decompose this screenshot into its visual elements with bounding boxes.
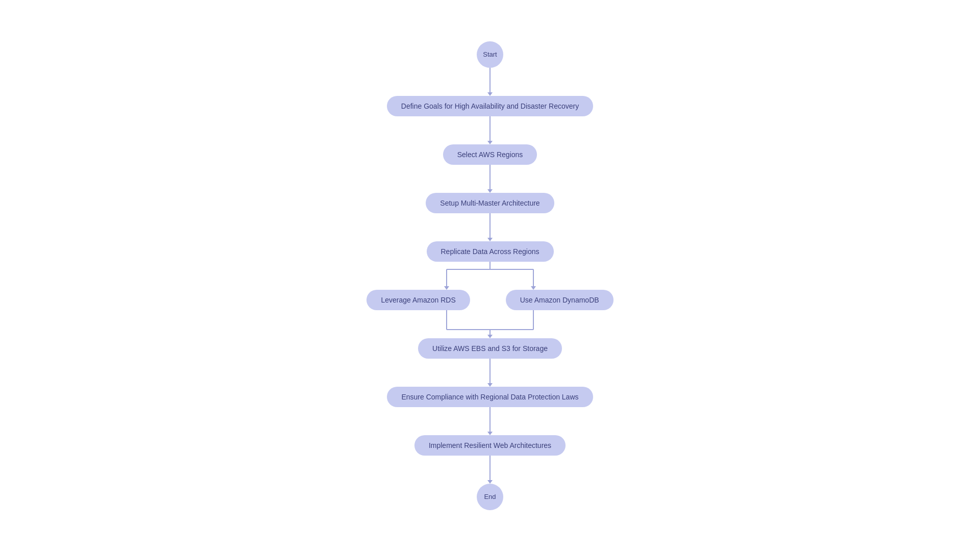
arrow-6 — [487, 432, 493, 435]
line-4 — [489, 213, 491, 238]
connector-2 — [487, 116, 493, 144]
line-7 — [489, 456, 491, 480]
select-regions-label: Select AWS Regions — [457, 151, 523, 159]
define-goals-label: Define Goals for High Availability and D… — [401, 102, 579, 110]
define-goals-node: Define Goals for High Availability and D… — [387, 96, 593, 116]
use-dynamodb-label: Use Amazon DynamoDB — [520, 296, 599, 304]
svg-marker-10 — [487, 335, 493, 338]
select-regions-node: Select AWS Regions — [443, 144, 537, 165]
connector-7 — [487, 456, 493, 484]
line-5 — [489, 359, 491, 383]
connector-4 — [487, 213, 493, 241]
arrow-5 — [487, 383, 493, 387]
branch-row: Leverage Amazon RDS Use Amazon DynamoDB — [366, 290, 613, 310]
connector-6 — [487, 407, 493, 435]
setup-multi-master-node: Setup Multi-Master Architecture — [426, 193, 554, 213]
arrow-4 — [487, 238, 493, 241]
end-label: End — [484, 493, 496, 500]
line-3 — [489, 165, 491, 189]
implement-resilient-node: Implement Resilient Web Architectures — [414, 435, 566, 456]
svg-marker-5 — [531, 286, 536, 290]
utilize-storage-node: Utilize AWS EBS and S3 for Storage — [418, 338, 562, 359]
end-node: End — [477, 484, 503, 510]
merge-lines — [419, 310, 561, 338]
replicate-data-node: Replicate Data Across Regions — [427, 241, 554, 262]
arrow-3 — [487, 189, 493, 193]
line-2 — [489, 116, 491, 141]
implement-resilient-label: Implement Resilient Web Architectures — [429, 441, 551, 449]
arrow-2 — [487, 141, 493, 144]
start-label: Start — [483, 51, 497, 58]
ensure-compliance-label: Ensure Compliance with Regional Data Pro… — [401, 393, 578, 401]
leverage-rds-node: Leverage Amazon RDS — [366, 290, 470, 310]
svg-marker-4 — [444, 286, 449, 290]
branch-split — [419, 262, 561, 290]
utilize-storage-label: Utilize AWS EBS and S3 for Storage — [432, 344, 548, 353]
replicate-data-label: Replicate Data Across Regions — [441, 247, 540, 256]
arrow-7 — [487, 480, 493, 484]
line-1 — [489, 68, 491, 92]
connector-1 — [487, 68, 493, 96]
connector-3 — [487, 165, 493, 193]
setup-multi-master-label: Setup Multi-Master Architecture — [440, 199, 540, 207]
arrow-1 — [487, 92, 493, 96]
flowchart: Start Define Goals for High Availability… — [366, 41, 613, 510]
use-dynamodb-node: Use Amazon DynamoDB — [506, 290, 614, 310]
line-6 — [489, 407, 491, 432]
start-node: Start — [477, 41, 503, 68]
connector-5 — [487, 359, 493, 387]
ensure-compliance-node: Ensure Compliance with Regional Data Pro… — [387, 387, 593, 407]
leverage-rds-label: Leverage Amazon RDS — [381, 296, 455, 304]
